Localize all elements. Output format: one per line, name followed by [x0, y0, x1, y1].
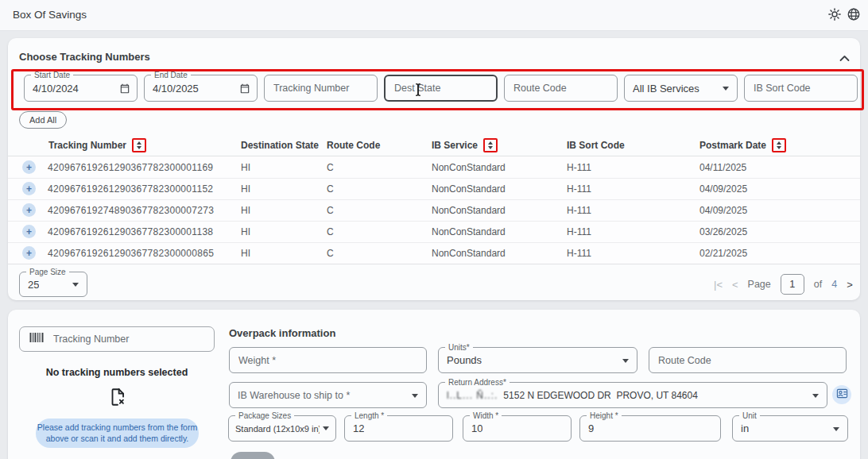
hint-line-2: above or scan it and add them directly.: [46, 434, 189, 445]
sort-down-icon[interactable]: [137, 146, 141, 149]
plus-icon: +: [26, 206, 32, 215]
chevron-down-icon: [622, 359, 629, 363]
hint-line-1: Please add tracking numbers from the for…: [37, 422, 197, 434]
length-label: Length *: [351, 411, 387, 421]
width-field[interactable]: Width * 10: [463, 415, 572, 442]
width-value: 10: [471, 422, 482, 434]
length-value: 12: [353, 422, 364, 434]
cell-ib-sort-code: H-111: [567, 248, 591, 259]
cell-postmark-date: 02/21/2025: [699, 248, 747, 259]
header-label: IB Service: [432, 140, 478, 151]
chevron-down-icon: [72, 283, 79, 287]
scan-hint-bubble: Please add tracking numbers from the for…: [36, 418, 199, 448]
route-code-input[interactable]: [649, 347, 847, 373]
add-tracking-button[interactable]: +: [22, 246, 36, 260]
route-code-filter-input[interactable]: [504, 75, 618, 102]
package-sizes-label: Package Sizes: [235, 411, 294, 421]
tracking-number-filter-input[interactable]: [264, 75, 378, 102]
add-tracking-button[interactable]: +: [22, 203, 36, 217]
start-date-label: Start Date: [31, 70, 73, 80]
cell-postmark-date: 04/09/2025: [699, 205, 747, 216]
sort-postmark-date-annotation: [772, 138, 786, 152]
theme-toggle-button[interactable]: [827, 7, 843, 23]
page-size-select[interactable]: Page Size 25: [19, 272, 87, 297]
chevron-down-icon: [723, 87, 729, 91]
ib-sort-code-filter-input[interactable]: [744, 75, 858, 102]
cell-ib-service: NonConStandard: [432, 226, 506, 237]
height-field[interactable]: Height * 9: [579, 415, 721, 442]
chevron-down-icon: [812, 394, 819, 398]
header-destination-state: Destination State: [241, 135, 319, 156]
collapse-panel-button[interactable]: [836, 50, 852, 66]
end-date-label: End Date: [151, 70, 191, 80]
cell-tracking-number: 420967619261290367782300001152: [48, 183, 213, 195]
cell-postmark-date: 04/11/2025: [699, 162, 746, 173]
units-select[interactable]: Units* Pounds: [438, 347, 637, 373]
calendar-icon[interactable]: [119, 83, 130, 98]
header-tracking-number[interactable]: Tracking Number: [48, 135, 146, 156]
chevron-down-icon: [323, 426, 329, 430]
header-ib-service[interactable]: IB Service: [432, 135, 498, 156]
tracking-table-body: + 420967619261290367782300001169 HI C No…: [8, 156, 860, 264]
table-header-row: Tracking Number Destination State Route …: [8, 135, 860, 156]
header-ib-sort-code: IB Sort Code: [567, 135, 625, 156]
add-tracking-button[interactable]: +: [22, 160, 36, 174]
sort-up-icon[interactable]: [488, 141, 493, 145]
add-all-button[interactable]: Add All: [19, 111, 67, 129]
submit-button-partial[interactable]: [231, 452, 275, 459]
package-sizes-select[interactable]: Package Sizes Standard (12x10x9 in): [228, 415, 336, 442]
scan-tracking-input[interactable]: Tracking Number: [19, 326, 215, 352]
cell-destination-state: HI: [241, 205, 250, 216]
cell-tracking-number: 420967619261290367782300001169: [48, 162, 213, 173]
page-number-input[interactable]: [781, 274, 804, 295]
sort-down-icon[interactable]: [777, 146, 781, 149]
calendar-icon[interactable]: [239, 83, 250, 98]
app-title: Box Of Savings: [13, 9, 87, 21]
cell-ib-service: NonConStandard: [432, 248, 506, 259]
cell-route-code: C: [327, 226, 334, 237]
next-page-button[interactable]: >: [847, 279, 853, 291]
table-row: + 420967619261290367782300000865 HI C No…: [8, 242, 860, 264]
top-bar: Box Of Savings: [0, 0, 868, 31]
add-tracking-button[interactable]: +: [22, 182, 36, 195]
first-page-button[interactable]: |<: [714, 279, 723, 291]
language-button[interactable]: [846, 7, 862, 23]
length-field[interactable]: Length * 12: [344, 415, 453, 442]
sort-up-icon[interactable]: [777, 141, 781, 145]
warehouse-select[interactable]: IB Warehouse to ship to *: [229, 382, 427, 408]
add-tracking-button[interactable]: +: [22, 225, 36, 238]
unit-value: in: [741, 422, 749, 434]
header-postmark-date[interactable]: Postmark Date: [699, 135, 786, 156]
dest-state-filter-input[interactable]: [384, 75, 498, 102]
cell-tracking-number: 420967619274890367782300007273: [48, 205, 214, 216]
of-label: of: [814, 279, 822, 290]
header-label: Postmark Date: [699, 140, 766, 151]
address-book-button[interactable]: [832, 385, 851, 404]
return-address-select[interactable]: Return Address* l..L... Ñ..:. 5152 N EDG…: [438, 382, 827, 408]
ib-services-select[interactable]: All IB Services: [624, 75, 738, 102]
height-value: 9: [588, 422, 594, 434]
warehouse-placeholder: IB Warehouse to ship to *: [238, 390, 350, 401]
empty-state-title: No tracking numbers selected: [8, 367, 226, 378]
header-label: Route Code: [327, 140, 380, 151]
end-date-field[interactable]: End Date 4/10/2025: [144, 75, 258, 102]
plus-icon: +: [26, 184, 32, 194]
choose-tracking-numbers-panel: Choose Tracking Numbers Start Date 4/10/…: [8, 38, 860, 300]
sort-down-icon[interactable]: [488, 146, 493, 149]
cell-ib-sort-code: H-111: [567, 162, 591, 173]
unit-select[interactable]: Unit in: [732, 415, 848, 442]
cell-tracking-number: 420967619261290367782300000865: [48, 248, 214, 259]
height-label: Height *: [587, 411, 622, 421]
page-size-label: Page Size: [26, 267, 69, 277]
cell-destination-state: HI: [241, 226, 250, 237]
overpack-title: Overpack information: [229, 327, 335, 339]
sort-up-icon[interactable]: [137, 141, 141, 145]
globe-icon: [847, 7, 861, 24]
weight-input[interactable]: [229, 347, 427, 373]
pagination: |< < Page of 4 >: [714, 272, 853, 297]
previous-page-button[interactable]: <: [732, 279, 738, 291]
start-date-field[interactable]: Start Date 4/10/2024: [24, 75, 138, 102]
file-x-icon: [107, 387, 128, 411]
chevron-down-icon: [833, 427, 839, 431]
cell-ib-service: NonConStandard: [432, 162, 506, 173]
